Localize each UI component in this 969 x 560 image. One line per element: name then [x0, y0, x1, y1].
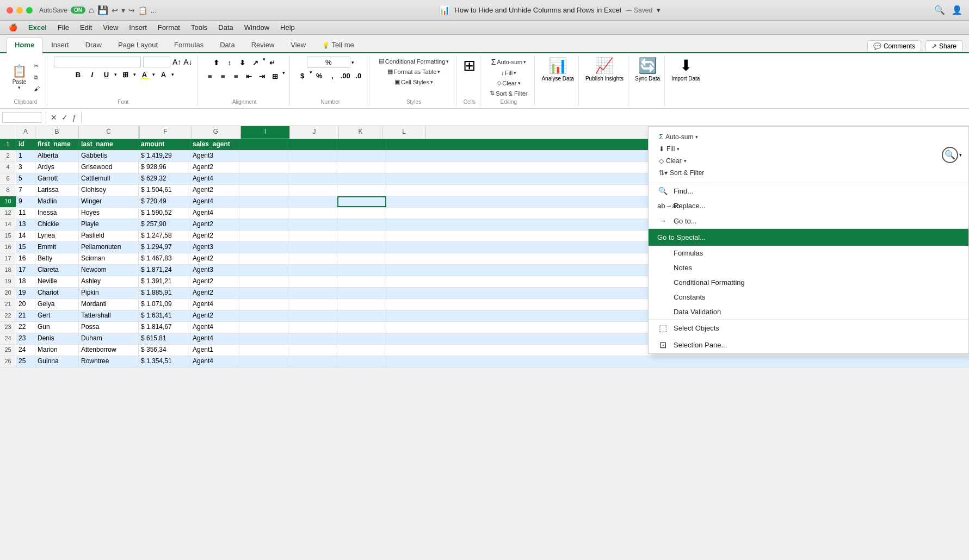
cell-18-lastname[interactable]: Newcom [79, 265, 139, 276]
cell-8-firstname[interactable]: Larissa [35, 185, 79, 196]
cell-17-f[interactable] [239, 253, 288, 264]
cell-22-f[interactable] [239, 310, 288, 321]
font-color-button[interactable]: A [157, 69, 169, 80]
borders-arrow[interactable]: ▾ [133, 72, 136, 77]
tab-view[interactable]: View [283, 38, 313, 52]
cell-22-i[interactable] [337, 310, 386, 321]
analyse-data-icon[interactable]: 📊 [548, 57, 567, 74]
cell-19-id[interactable]: 18 [16, 276, 35, 287]
close-button[interactable] [7, 7, 13, 14]
cell-8-g[interactable] [288, 185, 337, 196]
find-circle-arrow[interactable]: ▾ [959, 152, 962, 158]
tab-tell-me[interactable]: 💡 Tell me [314, 38, 362, 52]
cell-23-lastname[interactable]: Possa [79, 322, 139, 333]
cells-icon[interactable]: ⊞ [463, 57, 476, 74]
goto-special-item[interactable]: Go to Special... [649, 229, 968, 246]
align-top-button[interactable]: ⬆ [211, 57, 223, 69]
cell-17-g[interactable] [288, 253, 337, 264]
cell-20-firstname[interactable]: Chariot [35, 288, 79, 298]
cell-20-i[interactable] [337, 288, 386, 298]
cell-4-f[interactable] [239, 162, 288, 173]
cell-8-lastname[interactable]: Clohisey [79, 185, 139, 196]
cell-26-i[interactable] [337, 356, 386, 367]
cell-12-i[interactable] [337, 208, 386, 219]
cell-18-firstname[interactable]: Clareta [35, 265, 79, 276]
italic-button[interactable]: I [86, 69, 98, 80]
col-header-k[interactable]: K [339, 126, 382, 139]
autosum-button[interactable]: Σ Auto-sum ▾ [489, 57, 529, 67]
autosum-sub-arrow[interactable]: ▾ [695, 134, 698, 140]
cell-4-lastname[interactable]: Grisewood [79, 162, 139, 173]
cell-15-firstname[interactable]: Lynea [35, 231, 79, 241]
cell-15-id[interactable]: 14 [16, 231, 35, 241]
cell-4-id[interactable]: 3 [16, 162, 35, 173]
window-controls[interactable] [7, 7, 33, 14]
cell-styles-button[interactable]: ▣ Cell Styles ▾ [392, 77, 436, 86]
cell-25-amount[interactable]: $ 356,34 [139, 345, 190, 356]
cell-24-i[interactable] [337, 333, 386, 344]
cell-14-firstname[interactable]: Chickie [35, 219, 79, 230]
cell-10-f[interactable] [239, 196, 288, 207]
tab-review[interactable]: Review [244, 38, 282, 52]
cell-25-f[interactable] [239, 345, 288, 356]
cell-15-f[interactable] [239, 231, 288, 241]
cell-4-firstname[interactable]: Ardys [35, 162, 79, 173]
font-color-arrow[interactable]: ▾ [171, 72, 174, 77]
col-header-b[interactable]: B [35, 126, 79, 139]
cell-6-agent[interactable]: Agent4 [190, 173, 239, 184]
clear-arrow[interactable]: ▾ [518, 80, 521, 86]
cell-8-f[interactable] [239, 185, 288, 196]
cell-25-agent[interactable]: Agent1 [190, 345, 239, 356]
cell-20-g[interactable] [288, 288, 337, 298]
cell-23-amount[interactable]: $ 1.814,67 [139, 322, 190, 333]
indent-more-button[interactable]: ⇥ [256, 70, 268, 82]
maximize-button[interactable] [26, 7, 33, 14]
cell-26-f[interactable] [239, 356, 288, 367]
cell-14-g[interactable] [288, 219, 337, 230]
cell-21-lastname[interactable]: Mordanti [79, 299, 139, 310]
cell-19-g[interactable] [288, 276, 337, 287]
cancel-formula-icon[interactable]: ✕ [51, 113, 57, 122]
cell-15-g[interactable] [288, 231, 337, 241]
publish-insights-icon[interactable]: 📈 [595, 57, 614, 74]
cell-24-lastname[interactable]: Duham [79, 333, 139, 344]
clear-sub-arrow[interactable]: ▾ [684, 158, 687, 164]
cell-24-f[interactable] [239, 333, 288, 344]
cell-16-firstname[interactable]: Emmit [35, 242, 79, 253]
col-header-i[interactable]: I [241, 126, 290, 139]
clear-button[interactable]: ◇ Clear ▾ [494, 78, 523, 88]
data-menu[interactable]: Data [214, 22, 237, 33]
merge-button[interactable]: ⊞ [269, 70, 281, 82]
cell-12-id[interactable]: 11 [16, 208, 35, 219]
cell-14-lastname[interactable]: Playle [79, 219, 139, 230]
cell-21-amount[interactable]: $ 1.071,09 [139, 299, 190, 310]
cell-25-id[interactable]: 24 [16, 345, 35, 356]
cell-20-f[interactable] [239, 288, 288, 298]
cell-22-id[interactable]: 21 [16, 310, 35, 321]
cell-20-id[interactable]: 19 [16, 288, 35, 298]
header-id[interactable]: id ▼ [16, 139, 35, 150]
find-item[interactable]: 🔍 Find... [649, 183, 968, 198]
copy-button[interactable]: ⧉ [31, 73, 42, 82]
cell-17-firstname[interactable]: Betty [35, 253, 79, 264]
share-button[interactable]: ↗ Share [925, 40, 962, 52]
cell-4-agent[interactable]: Agent2 [190, 162, 239, 173]
cell-26-agent[interactable]: Agent4 [190, 356, 239, 367]
cell-23-agent[interactable]: Agent4 [190, 322, 239, 333]
cell-10-id[interactable]: 9 [16, 196, 35, 207]
save-icon[interactable]: 💾 [97, 5, 108, 15]
cell-2-g[interactable] [288, 151, 337, 161]
cell-8-id[interactable]: 7 [16, 185, 35, 196]
cell-21-firstname[interactable]: Gelya [35, 299, 79, 310]
tab-page-layout[interactable]: Page Layout [110, 38, 165, 52]
cell-15-amount[interactable]: $ 1.247,58 [139, 231, 190, 241]
cell-16-g[interactable] [288, 242, 337, 253]
fill-sub-arrow[interactable]: ▾ [677, 146, 680, 152]
cell-6-g[interactable] [288, 173, 337, 184]
wrap-text-button[interactable]: ↵ [267, 57, 279, 69]
comments-button[interactable]: 💬 Comments [867, 40, 921, 52]
edit-menu[interactable]: Edit [76, 22, 96, 33]
cell-16-f[interactable] [239, 242, 288, 253]
cell-19-f[interactable] [239, 276, 288, 287]
cell-22-amount[interactable]: $ 1.631,41 [139, 310, 190, 321]
